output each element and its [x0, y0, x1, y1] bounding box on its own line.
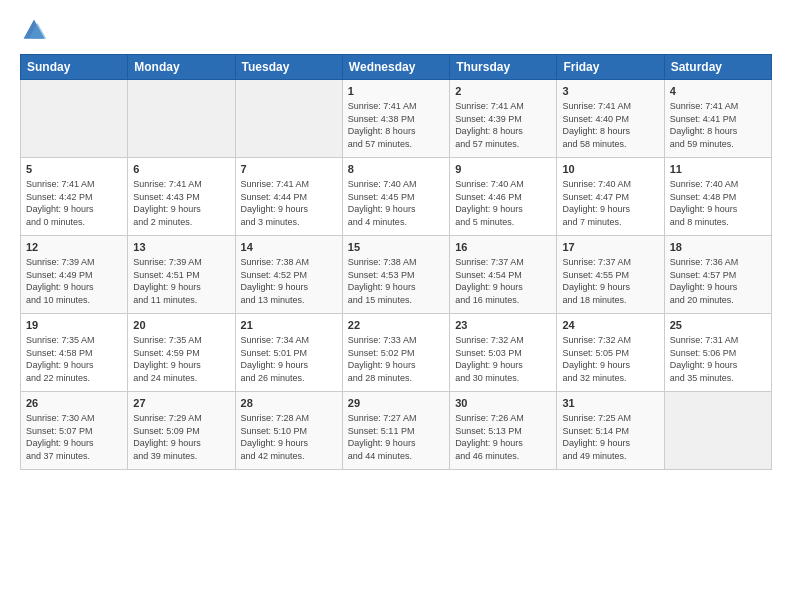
day-detail: Sunrise: 7:38 AM Sunset: 4:53 PM Dayligh…: [348, 257, 417, 305]
day-cell: 12Sunrise: 7:39 AM Sunset: 4:49 PM Dayli…: [21, 236, 128, 314]
day-number: 30: [455, 396, 551, 411]
day-cell: 27Sunrise: 7:29 AM Sunset: 5:09 PM Dayli…: [128, 392, 235, 470]
calendar-table: SundayMondayTuesdayWednesdayThursdayFrid…: [20, 54, 772, 470]
day-cell: 2Sunrise: 7:41 AM Sunset: 4:39 PM Daylig…: [450, 80, 557, 158]
weekday-header-wednesday: Wednesday: [342, 55, 449, 80]
day-number: 5: [26, 162, 122, 177]
day-cell: [235, 80, 342, 158]
day-cell: 1Sunrise: 7:41 AM Sunset: 4:38 PM Daylig…: [342, 80, 449, 158]
day-cell: 18Sunrise: 7:36 AM Sunset: 4:57 PM Dayli…: [664, 236, 771, 314]
day-cell: 15Sunrise: 7:38 AM Sunset: 4:53 PM Dayli…: [342, 236, 449, 314]
weekday-header-monday: Monday: [128, 55, 235, 80]
week-row-2: 5Sunrise: 7:41 AM Sunset: 4:42 PM Daylig…: [21, 158, 772, 236]
day-detail: Sunrise: 7:27 AM Sunset: 5:11 PM Dayligh…: [348, 413, 417, 461]
day-number: 21: [241, 318, 337, 333]
day-detail: Sunrise: 7:39 AM Sunset: 4:49 PM Dayligh…: [26, 257, 95, 305]
day-number: 29: [348, 396, 444, 411]
day-detail: Sunrise: 7:34 AM Sunset: 5:01 PM Dayligh…: [241, 335, 310, 383]
day-number: 9: [455, 162, 551, 177]
day-detail: Sunrise: 7:35 AM Sunset: 4:59 PM Dayligh…: [133, 335, 202, 383]
day-number: 8: [348, 162, 444, 177]
day-cell: 3Sunrise: 7:41 AM Sunset: 4:40 PM Daylig…: [557, 80, 664, 158]
day-detail: Sunrise: 7:36 AM Sunset: 4:57 PM Dayligh…: [670, 257, 739, 305]
day-cell: 14Sunrise: 7:38 AM Sunset: 4:52 PM Dayli…: [235, 236, 342, 314]
logo: [20, 16, 52, 44]
day-detail: Sunrise: 7:31 AM Sunset: 5:06 PM Dayligh…: [670, 335, 739, 383]
day-cell: 8Sunrise: 7:40 AM Sunset: 4:45 PM Daylig…: [342, 158, 449, 236]
day-detail: Sunrise: 7:41 AM Sunset: 4:40 PM Dayligh…: [562, 101, 631, 149]
day-cell: 25Sunrise: 7:31 AM Sunset: 5:06 PM Dayli…: [664, 314, 771, 392]
day-cell: 11Sunrise: 7:40 AM Sunset: 4:48 PM Dayli…: [664, 158, 771, 236]
day-cell: [128, 80, 235, 158]
weekday-header-row: SundayMondayTuesdayWednesdayThursdayFrid…: [21, 55, 772, 80]
day-detail: Sunrise: 7:40 AM Sunset: 4:46 PM Dayligh…: [455, 179, 524, 227]
day-detail: Sunrise: 7:28 AM Sunset: 5:10 PM Dayligh…: [241, 413, 310, 461]
weekday-header-tuesday: Tuesday: [235, 55, 342, 80]
day-number: 27: [133, 396, 229, 411]
week-row-4: 19Sunrise: 7:35 AM Sunset: 4:58 PM Dayli…: [21, 314, 772, 392]
day-number: 17: [562, 240, 658, 255]
day-number: 15: [348, 240, 444, 255]
day-cell: 10Sunrise: 7:40 AM Sunset: 4:47 PM Dayli…: [557, 158, 664, 236]
day-detail: Sunrise: 7:37 AM Sunset: 4:55 PM Dayligh…: [562, 257, 631, 305]
week-row-1: 1Sunrise: 7:41 AM Sunset: 4:38 PM Daylig…: [21, 80, 772, 158]
day-cell: 13Sunrise: 7:39 AM Sunset: 4:51 PM Dayli…: [128, 236, 235, 314]
page: SundayMondayTuesdayWednesdayThursdayFrid…: [0, 0, 792, 612]
day-detail: Sunrise: 7:40 AM Sunset: 4:47 PM Dayligh…: [562, 179, 631, 227]
day-number: 24: [562, 318, 658, 333]
day-cell: 22Sunrise: 7:33 AM Sunset: 5:02 PM Dayli…: [342, 314, 449, 392]
week-row-3: 12Sunrise: 7:39 AM Sunset: 4:49 PM Dayli…: [21, 236, 772, 314]
day-detail: Sunrise: 7:41 AM Sunset: 4:38 PM Dayligh…: [348, 101, 417, 149]
day-cell: 16Sunrise: 7:37 AM Sunset: 4:54 PM Dayli…: [450, 236, 557, 314]
day-number: 18: [670, 240, 766, 255]
day-cell: 19Sunrise: 7:35 AM Sunset: 4:58 PM Dayli…: [21, 314, 128, 392]
day-detail: Sunrise: 7:41 AM Sunset: 4:39 PM Dayligh…: [455, 101, 524, 149]
day-number: 25: [670, 318, 766, 333]
day-detail: Sunrise: 7:40 AM Sunset: 4:45 PM Dayligh…: [348, 179, 417, 227]
day-number: 14: [241, 240, 337, 255]
weekday-header-sunday: Sunday: [21, 55, 128, 80]
day-cell: 7Sunrise: 7:41 AM Sunset: 4:44 PM Daylig…: [235, 158, 342, 236]
day-number: 16: [455, 240, 551, 255]
day-detail: Sunrise: 7:41 AM Sunset: 4:43 PM Dayligh…: [133, 179, 202, 227]
day-cell: 26Sunrise: 7:30 AM Sunset: 5:07 PM Dayli…: [21, 392, 128, 470]
day-cell: 23Sunrise: 7:32 AM Sunset: 5:03 PM Dayli…: [450, 314, 557, 392]
day-detail: Sunrise: 7:41 AM Sunset: 4:42 PM Dayligh…: [26, 179, 95, 227]
day-detail: Sunrise: 7:26 AM Sunset: 5:13 PM Dayligh…: [455, 413, 524, 461]
day-detail: Sunrise: 7:30 AM Sunset: 5:07 PM Dayligh…: [26, 413, 95, 461]
day-detail: Sunrise: 7:40 AM Sunset: 4:48 PM Dayligh…: [670, 179, 739, 227]
day-cell: 17Sunrise: 7:37 AM Sunset: 4:55 PM Dayli…: [557, 236, 664, 314]
day-cell: 9Sunrise: 7:40 AM Sunset: 4:46 PM Daylig…: [450, 158, 557, 236]
day-cell: 21Sunrise: 7:34 AM Sunset: 5:01 PM Dayli…: [235, 314, 342, 392]
day-number: 2: [455, 84, 551, 99]
day-number: 3: [562, 84, 658, 99]
day-cell: 31Sunrise: 7:25 AM Sunset: 5:14 PM Dayli…: [557, 392, 664, 470]
day-cell: 6Sunrise: 7:41 AM Sunset: 4:43 PM Daylig…: [128, 158, 235, 236]
day-number: 4: [670, 84, 766, 99]
day-number: 20: [133, 318, 229, 333]
day-number: 31: [562, 396, 658, 411]
day-number: 28: [241, 396, 337, 411]
day-number: 23: [455, 318, 551, 333]
day-detail: Sunrise: 7:39 AM Sunset: 4:51 PM Dayligh…: [133, 257, 202, 305]
day-detail: Sunrise: 7:37 AM Sunset: 4:54 PM Dayligh…: [455, 257, 524, 305]
day-cell: 30Sunrise: 7:26 AM Sunset: 5:13 PM Dayli…: [450, 392, 557, 470]
day-detail: Sunrise: 7:41 AM Sunset: 4:44 PM Dayligh…: [241, 179, 310, 227]
day-number: 19: [26, 318, 122, 333]
day-number: 13: [133, 240, 229, 255]
day-number: 1: [348, 84, 444, 99]
weekday-header-friday: Friday: [557, 55, 664, 80]
day-detail: Sunrise: 7:35 AM Sunset: 4:58 PM Dayligh…: [26, 335, 95, 383]
logo-icon: [20, 16, 48, 44]
day-number: 22: [348, 318, 444, 333]
day-cell: [21, 80, 128, 158]
day-number: 11: [670, 162, 766, 177]
day-number: 12: [26, 240, 122, 255]
day-cell: 28Sunrise: 7:28 AM Sunset: 5:10 PM Dayli…: [235, 392, 342, 470]
day-detail: Sunrise: 7:33 AM Sunset: 5:02 PM Dayligh…: [348, 335, 417, 383]
day-number: 7: [241, 162, 337, 177]
day-detail: Sunrise: 7:32 AM Sunset: 5:05 PM Dayligh…: [562, 335, 631, 383]
day-cell: 20Sunrise: 7:35 AM Sunset: 4:59 PM Dayli…: [128, 314, 235, 392]
day-detail: Sunrise: 7:32 AM Sunset: 5:03 PM Dayligh…: [455, 335, 524, 383]
day-detail: Sunrise: 7:41 AM Sunset: 4:41 PM Dayligh…: [670, 101, 739, 149]
